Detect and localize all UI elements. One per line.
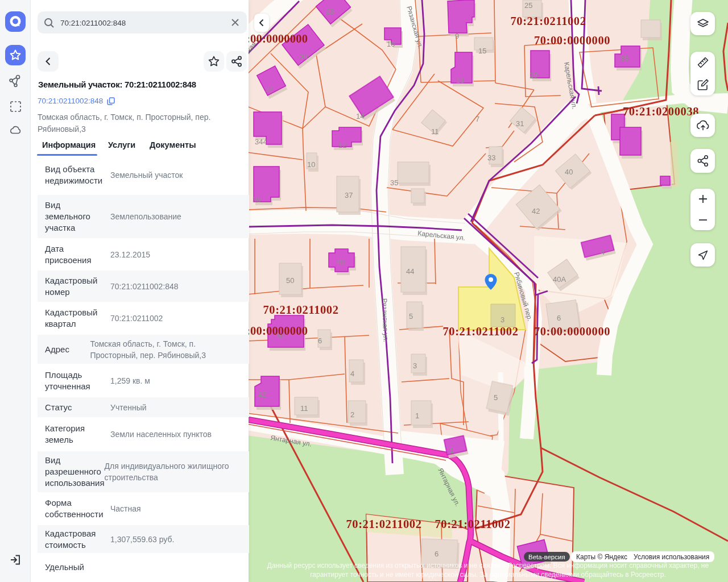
svg-text:29: 29 <box>530 71 537 80</box>
svg-text:38: 38 <box>621 54 628 63</box>
svg-text:1: 1 <box>450 446 454 455</box>
svg-text:32: 32 <box>265 85 273 94</box>
svg-text:12: 12 <box>338 141 346 149</box>
svg-text:42: 42 <box>532 207 540 215</box>
svg-text:37: 37 <box>345 191 353 199</box>
svg-text:28: 28 <box>326 7 334 16</box>
svg-text:48: 48 <box>337 258 345 267</box>
svg-text:13: 13 <box>456 76 464 85</box>
svg-text::00:0000000: :00:0000000 <box>247 32 308 45</box>
svg-text:70:21:0211002: 70:21:0211002 <box>442 325 518 338</box>
svg-text:9: 9 <box>455 32 459 40</box>
svg-text:35: 35 <box>390 178 398 187</box>
svg-text:70:21:0211002: 70:21:0211002 <box>346 518 421 530</box>
svg-text:15: 15 <box>478 47 486 55</box>
svg-text::00:0000000: :00:0000000 <box>247 325 308 337</box>
svg-text:3: 3 <box>413 361 417 370</box>
svg-text:1: 1 <box>415 411 419 420</box>
svg-text:44: 44 <box>406 267 414 276</box>
svg-text:6: 6 <box>557 314 561 322</box>
svg-text:6: 6 <box>318 336 322 345</box>
svg-text:39: 39 <box>253 196 260 204</box>
svg-text:25: 25 <box>524 1 532 10</box>
svg-text:7: 7 <box>475 115 479 123</box>
svg-text:344: 344 <box>255 138 267 146</box>
svg-text:16: 16 <box>387 40 395 48</box>
svg-text:3: 3 <box>500 315 504 324</box>
svg-text:14: 14 <box>356 112 364 120</box>
svg-text:11: 11 <box>300 404 308 413</box>
svg-text:2: 2 <box>350 410 354 419</box>
svg-text:30: 30 <box>300 52 308 61</box>
svg-text:70:00:0000000: 70:00:0000000 <box>534 34 610 47</box>
svg-text:40: 40 <box>565 168 573 176</box>
svg-text:6: 6 <box>435 550 439 558</box>
svg-text:70:21:0211002: 70:21:0211002 <box>263 304 338 316</box>
svg-text:42: 42 <box>258 390 266 399</box>
svg-text:Рязанская ул.: Рязанская ул. <box>380 298 390 342</box>
svg-text:10: 10 <box>307 160 315 169</box>
svg-text:5: 5 <box>409 312 413 321</box>
svg-text:5: 5 <box>494 393 498 402</box>
svg-text:70:21:0200038: 70:21:0200038 <box>623 105 699 118</box>
svg-text:33: 33 <box>487 153 495 162</box>
svg-text:40А: 40А <box>553 275 566 284</box>
svg-text:70:00:0000000: 70:00:0000000 <box>534 325 610 338</box>
svg-text:31: 31 <box>516 119 524 128</box>
svg-text:70:21:0211002: 70:21:0211002 <box>435 518 510 530</box>
svg-text:50: 50 <box>286 276 294 285</box>
svg-text:11: 11 <box>431 127 439 136</box>
svg-text:4: 4 <box>601 248 605 256</box>
svg-text:4: 4 <box>350 369 354 378</box>
svg-text:70:21:0211002: 70:21:0211002 <box>510 15 586 27</box>
